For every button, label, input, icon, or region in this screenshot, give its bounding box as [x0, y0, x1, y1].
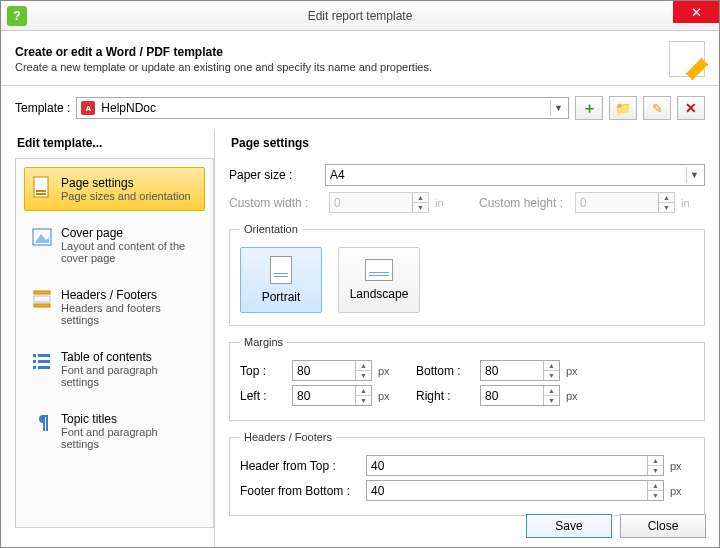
svg-rect-10 [33, 360, 36, 363]
svg-rect-5 [34, 291, 50, 294]
paper-size-row: Paper size : A4 ▼ [229, 164, 705, 186]
template-row: Template : A HelpNDoc ▼ ＋ 📁 ✎ ✕ [1, 86, 719, 130]
template-select[interactable]: A HelpNDoc ▼ [76, 97, 569, 119]
margin-left-value: 80 [297, 389, 310, 403]
nav-item-title: Headers / Footers [61, 288, 198, 302]
nav-panel: Page settings Page sizes and orientation… [15, 158, 214, 528]
titlebar: ? Edit report template ✕ [1, 1, 719, 31]
hf-legend: Headers / Footers [240, 431, 336, 443]
margin-right-input[interactable]: 80 ▲▼ [480, 385, 560, 406]
unit-px: px [670, 485, 688, 497]
right-column: Page settings Paper size : A4 ▼ Custom w… [214, 130, 719, 548]
nav-item-sub: Page sizes and orientation [61, 190, 191, 202]
margin-bottom-label: Bottom : [416, 364, 480, 378]
nav-headers-footers[interactable]: Headers / Footers Headers and footers se… [24, 279, 205, 335]
unit-px: px [566, 365, 584, 377]
window-title: Edit report template [1, 9, 719, 23]
nav-page-settings[interactable]: Page settings Page sizes and orientation [24, 167, 205, 211]
margin-bottom-value: 80 [485, 364, 498, 378]
orientation-landscape[interactable]: Landscape [338, 247, 420, 313]
delete-template-button[interactable]: ✕ [677, 96, 705, 120]
footer-buttons: Save Close [526, 514, 706, 538]
custom-height-input: 0 ▲▼ [575, 192, 675, 213]
nav-item-title: Page settings [61, 176, 191, 190]
nav-cover-page[interactable]: Cover page Layout and content of the cov… [24, 217, 205, 273]
orientation-group: Orientation Portrait Landscape [229, 223, 705, 326]
open-template-button[interactable]: 📁 [609, 96, 637, 120]
landscape-icon [365, 259, 393, 281]
description-header: Create or edit a Word / PDF template Cre… [1, 31, 719, 86]
spinner-arrows-icon: ▲▼ [355, 361, 371, 380]
save-button-label: Save [555, 519, 582, 533]
paragraph-icon [31, 412, 53, 434]
custom-width-label: Custom width : [229, 196, 329, 210]
custom-width-input: 0 ▲▼ [329, 192, 429, 213]
nav-item-title: Cover page [61, 226, 198, 240]
svg-rect-11 [38, 360, 50, 363]
spinner-arrows-icon: ▲▼ [412, 193, 428, 212]
margin-right-label: Right : [416, 389, 480, 403]
footer-from-bottom-input[interactable]: 40 ▲▼ [366, 480, 664, 501]
header-title: Create or edit a Word / PDF template [15, 45, 661, 59]
edit-template-button[interactable]: ✎ [643, 96, 671, 120]
margins-group: Margins Top : 80 ▲▼ px Bottom : 80 ▲▼ px… [229, 336, 705, 421]
chevron-down-icon: ▼ [686, 167, 702, 183]
unit-px: px [566, 390, 584, 402]
header-subtitle: Create a new template or update an exist… [15, 61, 661, 73]
unit-px: px [670, 460, 688, 472]
unit-in: in [681, 197, 699, 209]
orientation-landscape-label: Landscape [350, 287, 409, 301]
headers-footers-group: Headers / Footers Header from Top : 40 ▲… [229, 431, 705, 516]
edit-template-icon [669, 41, 705, 77]
custom-height-label: Custom height : [479, 196, 575, 210]
close-button[interactable]: Close [620, 514, 706, 538]
paper-size-select[interactable]: A4 ▼ [325, 164, 705, 186]
header-from-top-label: Header from Top : [240, 459, 366, 473]
margin-left-label: Left : [240, 389, 292, 403]
margin-bottom-input[interactable]: 80 ▲▼ [480, 360, 560, 381]
custom-size-row: Custom width : 0 ▲▼ in Custom height : 0… [229, 192, 705, 213]
svg-rect-2 [36, 193, 46, 195]
close-button-label: Close [648, 519, 679, 533]
header-from-top-input[interactable]: 40 ▲▼ [366, 455, 664, 476]
template-select-value: HelpNDoc [101, 101, 156, 115]
delete-icon: ✕ [685, 100, 697, 116]
svg-rect-1 [36, 190, 46, 192]
paper-size-label: Paper size : [229, 168, 325, 182]
svg-rect-9 [38, 354, 50, 357]
plus-icon: ＋ [582, 99, 597, 118]
folder-icon: 📁 [615, 101, 631, 116]
margin-top-label: Top : [240, 364, 292, 378]
paper-size-value: A4 [330, 168, 345, 182]
save-button[interactable]: Save [526, 514, 612, 538]
svg-rect-12 [33, 366, 36, 369]
pencil-icon: ✎ [652, 101, 663, 116]
spinner-arrows-icon: ▲▼ [647, 481, 663, 500]
window-close-button[interactable]: ✕ [673, 1, 719, 23]
nav-topic-titles[interactable]: Topic titles Font and paragraph settings [24, 403, 205, 459]
left-column: Edit template... Page settings Page size… [1, 130, 214, 548]
pdf-icon: A [81, 101, 95, 115]
orientation-portrait-label: Portrait [262, 290, 301, 304]
margin-top-input[interactable]: 80 ▲▼ [292, 360, 372, 381]
margin-left-input[interactable]: 80 ▲▼ [292, 385, 372, 406]
orientation-portrait[interactable]: Portrait [240, 247, 322, 313]
svg-rect-7 [34, 296, 50, 302]
spinner-arrows-icon: ▲▼ [543, 361, 559, 380]
unit-in: in [435, 197, 453, 209]
add-template-button[interactable]: ＋ [575, 96, 603, 120]
header-from-top-value: 40 [371, 459, 384, 473]
margin-right-value: 80 [485, 389, 498, 403]
nav-table-of-contents[interactable]: Table of contents Font and paragraph set… [24, 341, 205, 397]
spinner-arrows-icon: ▲▼ [543, 386, 559, 405]
custom-height-value: 0 [580, 196, 587, 210]
unit-px: px [378, 390, 396, 402]
nav-item-sub: Headers and footers settings [61, 302, 198, 326]
page-settings-header: Page settings [229, 130, 705, 158]
svg-rect-6 [34, 304, 50, 307]
spinner-arrows-icon: ▲▼ [355, 386, 371, 405]
footer-from-bottom-value: 40 [371, 484, 384, 498]
spinner-arrows-icon: ▲▼ [647, 456, 663, 475]
spinner-arrows-icon: ▲▼ [658, 193, 674, 212]
svg-rect-8 [33, 354, 36, 357]
